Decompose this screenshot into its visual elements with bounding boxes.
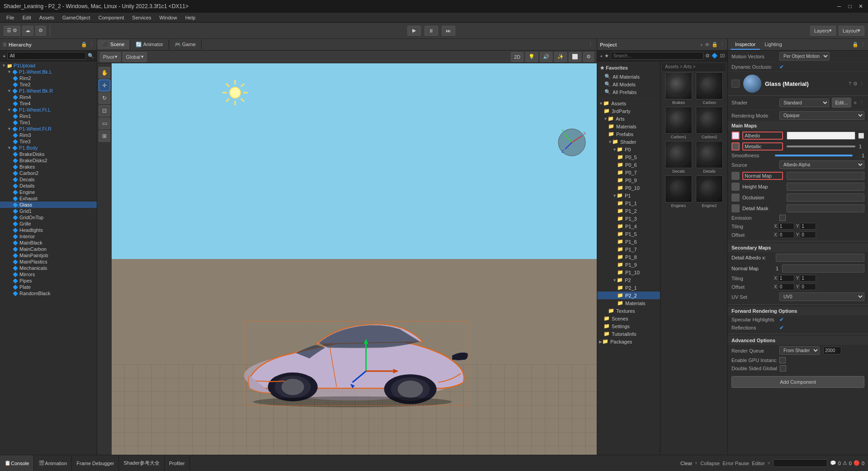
thumb-decals[interactable]: Decals xyxy=(664,141,693,174)
menu-help[interactable]: Help xyxy=(182,14,199,21)
project-all-materials[interactable]: 🔍All Materials xyxy=(597,73,660,80)
pause-button[interactable]: ⏸ xyxy=(425,26,438,36)
project-p2[interactable]: ▼📁P2 xyxy=(597,276,660,284)
project-add-icon[interactable]: + xyxy=(700,42,703,47)
step-button[interactable]: ⏭ xyxy=(442,26,455,36)
emission-checkbox[interactable] xyxy=(779,215,786,221)
tree-item-exhaust[interactable]: 🔷 Exhaust xyxy=(0,195,97,202)
uv-set-dropdown[interactable]: UV0 xyxy=(779,292,864,301)
project-packages[interactable]: ▶📁Packages xyxy=(597,338,660,345)
tree-item-mirrors[interactable]: 🔷 Mirrors xyxy=(0,271,97,278)
tree-item-pipes[interactable]: 🔷 Pipes xyxy=(0,278,97,284)
dynamic-occlusion-checkbox[interactable]: ✔ xyxy=(779,64,784,70)
main-offset-y-input[interactable] xyxy=(800,231,816,238)
toolbar-cloud[interactable]: ☁ xyxy=(22,26,33,36)
tree-item-randomblack[interactable]: 🔷 RandomBlack xyxy=(0,290,97,297)
rendering-mode-dropdown[interactable]: Opaque xyxy=(779,111,864,120)
pivot-dropdown[interactable]: Pivot ▾ xyxy=(100,52,121,62)
menu-gameobject[interactable]: GameObject xyxy=(59,14,94,21)
material-visibility-toggle[interactable] xyxy=(731,80,740,88)
tab-shader-ref[interactable]: Shader参考大全 xyxy=(119,455,164,471)
height-map-slot[interactable] xyxy=(787,183,864,191)
gizmos-button[interactable]: ⚙ xyxy=(583,52,594,62)
menu-edit[interactable]: Edit xyxy=(19,14,35,21)
project-p1-2[interactable]: 📁P1_2 xyxy=(597,207,660,215)
project-p1-6[interactable]: 📁P1_6 xyxy=(597,238,660,245)
minimize-button[interactable]: ─ xyxy=(835,3,843,10)
tab-profiler[interactable]: Profiler xyxy=(165,455,190,471)
project-p2-2[interactable]: 📁P2_2 xyxy=(597,292,660,299)
secondary-tiling-y-input[interactable] xyxy=(800,275,816,282)
render-queue-source-dropdown[interactable]: From Shader xyxy=(779,346,820,355)
toolbar-settings[interactable]: ⚙ xyxy=(35,26,46,36)
scale-tool[interactable]: ⊡ xyxy=(99,105,110,117)
tree-item-p1wheelftl[interactable]: ▼ 🔷 P1-Wheel.Ft.L xyxy=(0,107,97,113)
normal-map-slot[interactable] xyxy=(787,172,864,180)
coordinate-gizmo[interactable]: X Y Z xyxy=(556,127,588,158)
shader-dropdown[interactable]: Standard xyxy=(779,99,829,107)
console-search-input[interactable] xyxy=(773,459,827,467)
material-settings-icon[interactable]: ⚙ xyxy=(853,81,858,87)
collapse-button[interactable]: Collapse xyxy=(700,461,720,466)
main-tiling-y-input[interactable] xyxy=(800,223,816,230)
project-p1-9[interactable]: 📁P1_9 xyxy=(597,261,660,268)
project-p1-4[interactable]: 📁P1_4 xyxy=(597,222,660,230)
project-icon1[interactable]: ⚙ xyxy=(705,53,710,59)
project-prefabs[interactable]: 📁Prefabs xyxy=(597,130,660,138)
project-arts[interactable]: ▼📁Arts xyxy=(597,115,660,122)
tree-item-plate[interactable]: 🔷 Plate xyxy=(0,284,97,290)
tab-game[interactable]: 🎮 Game xyxy=(169,40,202,49)
project-textures[interactable]: 📁Textures xyxy=(597,307,660,315)
shader-edit-button[interactable]: Edit... xyxy=(832,98,851,108)
overlay-button[interactable]: ⬜ xyxy=(569,52,581,62)
tree-item-interior[interactable]: 🔷 Interior xyxy=(0,233,97,240)
tree-item-rim1[interactable]: 🔷 Rim1 xyxy=(0,113,97,119)
tree-item-brakes[interactable]: 🔷 Brakes xyxy=(0,164,97,170)
effects-button[interactable]: ✨ xyxy=(554,52,567,62)
thumb-carbon2[interactable]: Carbon2 xyxy=(695,107,724,139)
rotate-tool[interactable]: ↻ xyxy=(99,92,110,104)
tree-item-p1wheelbkl[interactable]: ▼ 🔷 P1-Wheel.Bk.L xyxy=(0,69,97,75)
thumb-carbon[interactable]: Carbon xyxy=(695,72,724,105)
project-lock-icon[interactable]: 🔒 xyxy=(712,42,718,47)
occlusion-map-slot[interactable] xyxy=(787,193,864,202)
close-button[interactable]: ✕ xyxy=(857,3,864,10)
star-icon[interactable]: ★ xyxy=(604,53,609,59)
double-sided-checkbox[interactable] xyxy=(780,365,786,372)
project-p0-5[interactable]: 📁P0_5 xyxy=(597,153,660,161)
tree-item-engine[interactable]: 🔷 Engine xyxy=(0,189,97,195)
global-dropdown[interactable]: Global ▾ xyxy=(123,52,147,62)
tree-item-brakedisks[interactable]: 🔷 BrakeDisks xyxy=(0,151,97,157)
project-p1-7[interactable]: 📁P1_7 xyxy=(597,245,660,253)
toolbar-hand-tool[interactable]: ☰ ⚙ xyxy=(4,26,20,36)
project-p1-10[interactable]: 📁P1_10 xyxy=(597,268,660,276)
thumb-brakes[interactable]: Brakes xyxy=(664,72,693,105)
project-p0-6[interactable]: 📁P0_6 xyxy=(597,161,660,169)
add-component-button[interactable]: Add Component xyxy=(731,376,864,388)
tree-item-p1wheelbkr[interactable]: ▼ 🔷 P1-Wheel.Bk.R xyxy=(0,88,97,94)
project-eye-icon[interactable]: 👁 xyxy=(705,42,710,47)
hierarchy-lock-icon[interactable]: 🔒 xyxy=(81,42,87,47)
menu-window[interactable]: Window xyxy=(156,14,181,21)
tree-item-maincarbon[interactable]: 🔷 MainCarbon xyxy=(0,246,97,252)
shader-more-icon[interactable]: ⋮ xyxy=(859,100,864,106)
layers-button[interactable]: Layers ▾ xyxy=(810,26,836,36)
project-assets[interactable]: ▼📁Assets xyxy=(597,99,660,107)
tree-item-mainplastics[interactable]: 🔷 MainPlastics xyxy=(0,259,97,265)
tree-item-tire1[interactable]: 🔷 Tire1 xyxy=(0,119,97,126)
project-p1[interactable]: ▼📁P1 xyxy=(597,192,660,199)
tree-item-rim3[interactable]: 🔷 Rim3 xyxy=(0,132,97,138)
maximize-button[interactable]: □ xyxy=(846,3,854,10)
reflections-checkbox[interactable]: ✔ xyxy=(779,325,784,331)
tree-item-details[interactable]: 🔷 Details xyxy=(0,183,97,189)
project-all-models[interactable]: 🔍All Models xyxy=(597,80,660,88)
project-p1-1[interactable]: 📁P1_1 xyxy=(597,199,660,207)
tree-item-p1wheelftr[interactable]: ▼ 🔷 P1-Wheel.Ft.R xyxy=(0,126,97,132)
add-button[interactable]: + xyxy=(3,53,5,59)
tree-item-brakedisks2[interactable]: 🔷 BrakeDisks2 xyxy=(0,157,97,164)
project-all-prefabs[interactable]: 🔍All Prefabs xyxy=(597,88,660,96)
inspector-more-icon[interactable]: ⋮ xyxy=(860,42,865,47)
project-p2-1[interactable]: 📁P2_1 xyxy=(597,284,660,292)
main-tiling-x-input[interactable] xyxy=(778,223,794,230)
tree-item-gridontop[interactable]: 🔷 GridOnTop xyxy=(0,214,97,221)
